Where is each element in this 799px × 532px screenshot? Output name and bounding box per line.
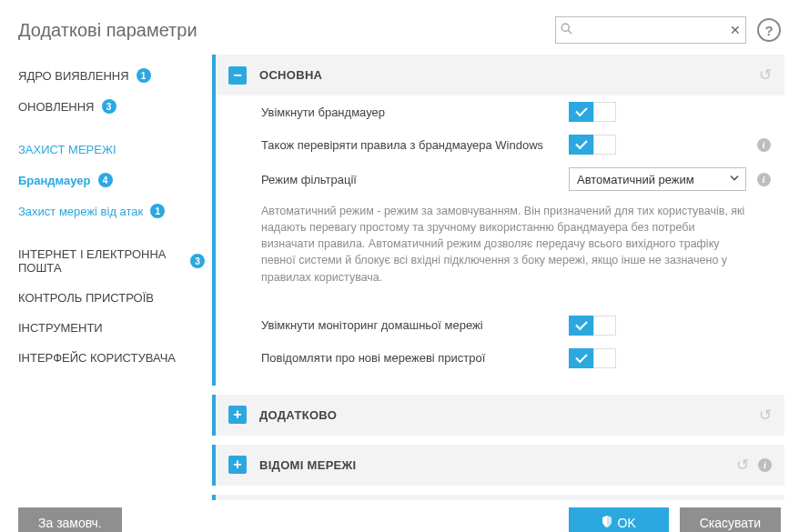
sidebar-item-label: ОНОВЛЕННЯ	[18, 100, 95, 114]
setting-label: Режим фільтрації	[261, 173, 569, 186]
toggle-firewall[interactable]	[569, 102, 616, 122]
sidebar-item-firewall[interactable]: Брандмауер 4	[18, 165, 205, 196]
ok-button[interactable]: OK	[569, 507, 669, 532]
section-firewall-profiles: + ПРОФІЛІ БРАНДМАУЕРА ↺ i	[212, 495, 784, 500]
sidebar-item-detection[interactable]: ЯДРО ВИЯВЛЕННЯ 1	[18, 60, 205, 91]
filter-mode-select[interactable]: Автоматичний режим	[569, 167, 746, 191]
setting-row: Режим фільтрації Автоматичний режим i	[216, 161, 784, 197]
main-panel: − ОСНОВНА ↺ Увімкнути брандмауер Також п…	[205, 55, 799, 500]
sidebar-item-ui[interactable]: ІНТЕРФЕЙС КОРИСТУВАЧА	[18, 343, 205, 373]
badge: 1	[137, 68, 151, 83]
search-wrap: ✕	[555, 16, 746, 44]
footer: За замовч. OK Скасувати	[0, 500, 799, 532]
sidebar-item-device-control[interactable]: КОНТРОЛЬ ПРИСТРОЇВ	[18, 283, 205, 313]
clear-search-icon[interactable]: ✕	[730, 23, 741, 37]
search-input[interactable]	[555, 16, 746, 44]
badge: 3	[190, 254, 205, 268]
section-header[interactable]: + ВІДОМІ МЕРЕЖІ ↺ i	[216, 445, 784, 486]
sidebar-item-label: ІНСТРУМЕНТИ	[18, 321, 103, 335]
sidebar-item-label: ЗАХИСТ МЕРЕЖІ	[18, 143, 116, 156]
revert-icon[interactable]: ↺	[759, 406, 772, 425]
info-icon[interactable]: i	[757, 138, 771, 152]
badge: 4	[98, 173, 113, 187]
cancel-button[interactable]: Скасувати	[680, 507, 781, 532]
setting-row: Також перевіряти правила з брандмауера W…	[216, 128, 784, 161]
mode-description: Автоматичний режим - режим за замовчуван…	[216, 197, 784, 298]
setting-row: Повідомляти про нові мережеві пристрої	[216, 342, 784, 375]
section-title: ОСНОВНА	[259, 68, 752, 82]
chevron-down-icon	[729, 173, 740, 186]
section-main: − ОСНОВНА ↺ Увімкнути брандмауер Також п…	[212, 55, 784, 386]
sidebar-item-label: ІНТЕРФЕЙС КОРИСТУВАЧА	[18, 351, 176, 365]
toggle-new-device-notify[interactable]	[569, 348, 616, 368]
badge: 3	[102, 99, 116, 114]
expand-icon[interactable]: +	[228, 406, 247, 424]
setting-label: Увімкнути моніторинг домашньої мережі	[261, 318, 569, 332]
section-header[interactable]: + ПРОФІЛІ БРАНДМАУЕРА ↺ i	[216, 495, 784, 500]
shield-icon	[602, 516, 612, 530]
revert-icon[interactable]: ↺	[759, 65, 772, 85]
sidebar-item-network-attack[interactable]: Захист мережі від атак 1	[18, 196, 205, 226]
sidebar-item-network-protection[interactable]: ЗАХИСТ МЕРЕЖІ	[18, 135, 205, 165]
ok-label: OK	[618, 516, 636, 530]
defaults-button[interactable]: За замовч.	[18, 507, 122, 532]
badge: 1	[150, 204, 165, 218]
page-title: Додаткові параметри	[18, 20, 555, 41]
section-known-networks: + ВІДОМІ МЕРЕЖІ ↺ i	[212, 445, 784, 486]
section-advanced: + ДОДАТКОВО ↺	[212, 395, 784, 436]
section-header[interactable]: − ОСНОВНА ↺	[216, 55, 784, 95]
collapse-icon[interactable]: −	[228, 66, 247, 85]
sidebar-item-label: ЯДРО ВИЯВЛЕННЯ	[18, 69, 129, 83]
setting-label: Також перевіряти правила з брандмауера W…	[261, 138, 569, 152]
setting-row: Увімкнути моніторинг домашньої мережі	[216, 309, 784, 342]
sidebar-item-internet-mail[interactable]: ІНТЕРНЕТ І ЕЛЕКТРОННА ПОШТА 3	[18, 239, 205, 283]
section-title: ДОДАТКОВО	[259, 408, 752, 422]
revert-icon[interactable]: ↺	[736, 456, 749, 475]
sidebar-item-label: КОНТРОЛЬ ПРИСТРОЇВ	[18, 291, 154, 305]
section-title: ВІДОМІ МЕРЕЖІ	[259, 458, 729, 472]
section-header[interactable]: + ДОДАТКОВО ↺	[216, 395, 784, 436]
info-icon[interactable]: i	[758, 458, 772, 472]
sidebar-item-label: ІНТЕРНЕТ І ЕЛЕКТРОННА ПОШТА	[18, 247, 183, 275]
sidebar-item-label: Захист мережі від атак	[18, 205, 143, 218]
setting-label: Повідомляти про нові мережеві пристрої	[261, 351, 569, 365]
sidebar-item-tools[interactable]: ІНСТРУМЕНТИ	[18, 313, 205, 343]
help-icon[interactable]: ?	[757, 18, 781, 42]
toggle-windows-rules[interactable]	[569, 135, 616, 155]
sidebar: ЯДРО ВИЯВЛЕННЯ 1 ОНОВЛЕННЯ 3 ЗАХИСТ МЕРЕ…	[0, 55, 205, 500]
select-value: Автоматичний режим	[577, 173, 694, 186]
sidebar-item-label: Брандмауер	[18, 174, 91, 187]
expand-icon[interactable]: +	[228, 456, 247, 474]
toggle-home-monitor[interactable]	[569, 316, 616, 336]
info-icon[interactable]: i	[757, 173, 771, 186]
setting-row: Увімкнути брандмауер	[216, 95, 784, 128]
setting-label: Увімкнути брандмауер	[261, 105, 569, 119]
sidebar-item-update[interactable]: ОНОВЛЕННЯ 3	[18, 91, 205, 122]
